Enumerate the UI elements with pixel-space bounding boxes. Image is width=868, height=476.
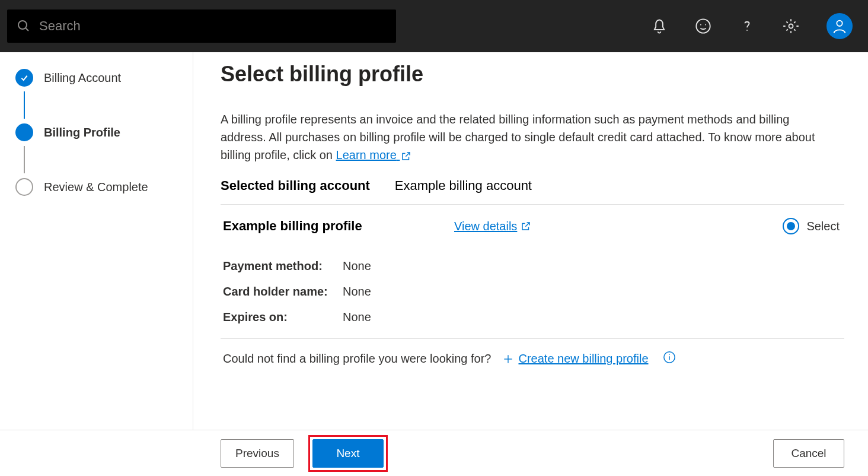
- selected-account-row: Selected billing account Example billing…: [221, 178, 844, 193]
- select-profile-radio[interactable]: Select: [783, 218, 840, 234]
- stepper-connector: [24, 146, 25, 173]
- expires-row: Expires on None: [221, 304, 844, 330]
- svg-point-4: [705, 24, 706, 26]
- select-radio-label: Select: [806, 220, 840, 233]
- topbar-actions: [651, 13, 861, 39]
- help-icon[interactable]: [739, 18, 755, 34]
- payment-method-row: Payment method None: [221, 253, 844, 279]
- billing-profile-name: Example billing profile: [223, 218, 454, 234]
- svg-point-12: [669, 354, 669, 355]
- page-description: A billing profile represents an invoice …: [221, 110, 825, 164]
- svg-point-6: [789, 24, 793, 28]
- not-found-text: Could not find a billing profile you wer…: [223, 352, 492, 366]
- next-button[interactable]: Next: [312, 439, 384, 468]
- main-content: Select billing profile A billing profile…: [193, 52, 868, 430]
- user-icon: [831, 18, 848, 34]
- card-holder-value: None: [343, 285, 371, 299]
- selected-account-label: Selected billing account: [221, 178, 370, 193]
- search-box[interactable]: [7, 9, 396, 43]
- previous-button[interactable]: Previous: [221, 439, 294, 468]
- next-button-highlight: Next: [308, 435, 388, 472]
- payment-method-value: None: [343, 259, 371, 273]
- step-label: Billing Profile: [44, 126, 120, 139]
- notifications-icon[interactable]: [651, 18, 668, 34]
- svg-point-3: [700, 24, 701, 26]
- wizard-stepper: Billing Account Billing Profile Review &…: [0, 52, 193, 430]
- create-profile-row: Could not find a billing profile you wer…: [221, 339, 844, 374]
- cancel-button[interactable]: Cancel: [773, 439, 844, 468]
- plus-icon: [502, 353, 514, 365]
- account-avatar[interactable]: [826, 13, 853, 39]
- step-label: Review & Complete: [44, 180, 148, 194]
- learn-more-link[interactable]: Learn more: [336, 148, 412, 161]
- payment-method-label: Payment method: [223, 259, 336, 273]
- expires-value: None: [343, 310, 371, 324]
- settings-icon[interactable]: [783, 18, 799, 34]
- step-complete-icon: [15, 69, 33, 87]
- step-current-icon: [15, 123, 33, 141]
- external-link-icon: [521, 221, 531, 231]
- svg-point-7: [837, 21, 842, 26]
- step-pending-icon: [15, 178, 33, 196]
- selected-account-value: Example billing account: [395, 178, 532, 193]
- card-holder-label: Card holder name: [223, 285, 336, 299]
- step-label: Billing Account: [44, 71, 121, 85]
- stepper-connector: [24, 91, 25, 119]
- step-billing-profile[interactable]: Billing Profile: [15, 119, 177, 146]
- create-billing-profile-link[interactable]: Create new billing profile: [502, 352, 649, 366]
- step-review-complete[interactable]: Review & Complete: [15, 173, 177, 201]
- search-input[interactable]: [39, 18, 387, 34]
- step-billing-account[interactable]: Billing Account: [15, 64, 177, 91]
- radio-selected-icon: [783, 218, 799, 234]
- card-holder-row: Card holder name None: [221, 279, 844, 304]
- search-icon: [17, 19, 31, 33]
- feedback-icon[interactable]: [695, 18, 711, 34]
- page-title: Select billing profile: [221, 62, 844, 87]
- wizard-footer: Previous Next Cancel: [0, 430, 868, 476]
- top-bar: [0, 0, 868, 52]
- view-details-link[interactable]: View details: [454, 220, 531, 233]
- svg-line-1: [25, 28, 28, 31]
- expires-label: Expires on: [223, 310, 336, 324]
- svg-point-5: [746, 30, 748, 31]
- billing-profile-row: Example billing profile View details Sel…: [221, 205, 844, 247]
- svg-point-0: [18, 21, 27, 29]
- svg-point-2: [696, 19, 710, 33]
- external-link-icon: [401, 151, 411, 161]
- info-icon[interactable]: [663, 351, 676, 367]
